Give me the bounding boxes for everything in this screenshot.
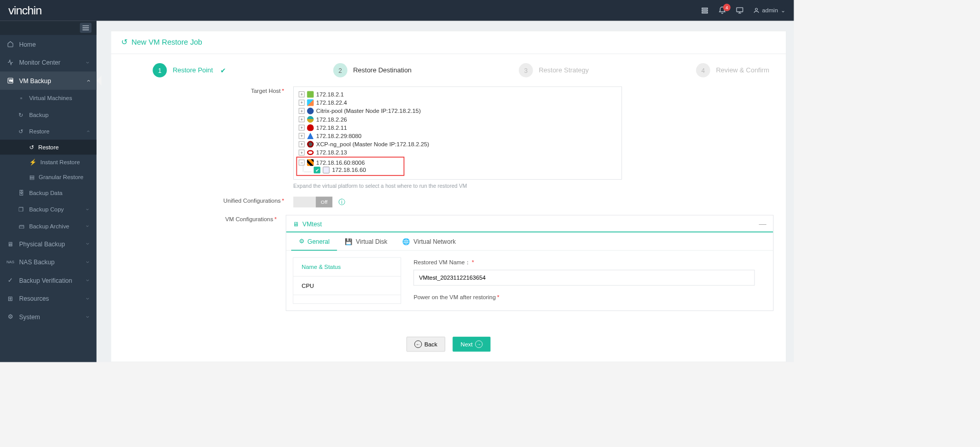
unified-config-label: Unified Configurations* <box>124 197 293 204</box>
restored-vm-name-input[interactable] <box>413 270 755 286</box>
copy-icon: ❐ <box>17 206 25 213</box>
sidebar-sub2-instant-restore[interactable]: ⚡Instant Restore <box>0 154 97 169</box>
tree-node[interactable]: +Citrix-pool (Master Node IP:172.18.2.15… <box>299 107 617 115</box>
left-tab-name-status[interactable]: Name & Status <box>293 258 401 276</box>
step-1[interactable]: 1 Restore Point ✔ <box>153 63 226 77</box>
azure-icon <box>307 132 314 139</box>
list-icon[interactable] <box>701 6 709 14</box>
home-icon <box>7 41 14 48</box>
tree-node[interactable]: +172.18.2.29:8080 <box>299 132 617 140</box>
tab-virtual-disk[interactable]: 💾Virtual Disk <box>337 232 394 250</box>
sidebar-label: Physical Backup <box>19 240 65 247</box>
xcp-icon <box>307 141 314 148</box>
collapse-icon[interactable]: − <box>299 160 305 165</box>
proxmox-icon <box>307 159 314 166</box>
sidebar-label: Virtual Machines <box>29 95 72 102</box>
back-button[interactable]: ← Back <box>406 337 445 352</box>
tree-node[interactable]: +172.18.2.1 <box>299 90 617 99</box>
tree-node[interactable]: +172.18.2.26 <box>299 115 617 123</box>
sidebar-sub2-granular-restore[interactable]: ▤Granular Restore <box>0 169 97 184</box>
sidebar-item-physical-backup[interactable]: 🖥Physical Backup <box>0 235 97 253</box>
vm-icon: 🖥 <box>293 220 299 227</box>
vmware-icon <box>307 91 314 98</box>
tab-label: Virtual Disk <box>356 238 387 245</box>
svg-point-4 <box>755 8 757 10</box>
expand-icon[interactable]: + <box>299 108 305 114</box>
sidebar-label: Instant Restore <box>41 159 80 165</box>
target-host-tree[interactable]: +172.18.2.1 +172.18.22.4 +Citrix-pool (M… <box>293 86 622 179</box>
expand-icon[interactable]: + <box>299 141 305 147</box>
tree-child-selected[interactable]: ✔ 172.18.16.60 <box>299 167 401 173</box>
collapse-icon[interactable]: — <box>759 220 766 228</box>
step-number: 4 <box>696 63 710 77</box>
tree-label: 172.18.2.11 <box>316 124 347 131</box>
wizard-card: ↺ New VM Restore Job 1 Restore Point ✔ 2… <box>110 31 786 362</box>
left-tab-cpu[interactable]: CPU <box>293 277 401 295</box>
tab-label: Virtual Network <box>413 238 456 245</box>
tree-node[interactable]: +172.18.2.11 <box>299 124 617 132</box>
sidebar-label: System <box>19 313 40 320</box>
tree-label: XCP-ng_pool (Master Node IP:172.18.2.25) <box>316 141 429 148</box>
hamburger-icon[interactable] <box>80 23 92 33</box>
sidebar-sub-backup-copy[interactable]: ❐Backup Copy› <box>0 201 97 218</box>
page-title-text: New VM Restore Job <box>131 38 202 47</box>
sidebar-item-resources[interactable]: ⊞Resources <box>0 289 97 308</box>
checkbox-checked-icon[interactable]: ✔ <box>314 167 321 173</box>
vm-list-icon: ▫ <box>17 94 25 102</box>
step-2[interactable]: 2 Restore Destination <box>333 63 412 77</box>
sidebar-sub-virtual-machines[interactable]: ▫Virtual Machines <box>0 90 97 106</box>
monitor-icon[interactable] <box>736 6 744 14</box>
expand-icon[interactable]: + <box>299 100 305 105</box>
tree-label: 172.18.2.1 <box>316 91 344 98</box>
user-menu[interactable]: admin ⌄ <box>753 7 785 14</box>
sidebar-label: NAS Backup <box>19 258 54 265</box>
tab-virtual-network[interactable]: 🌐Virtual Network <box>395 232 463 250</box>
sidebar-item-home[interactable]: Home <box>0 35 97 53</box>
expand-icon[interactable]: + <box>299 91 305 97</box>
sidebar-item-nas-backup[interactable]: NASNAS Backup <box>0 252 97 271</box>
step-4: 4 Review & Confirm <box>696 63 769 77</box>
svg-rect-1 <box>702 10 708 11</box>
page-title: ↺ New VM Restore Job <box>111 31 786 54</box>
arrow-right-icon: → <box>475 340 483 348</box>
sidebar-sub-backup-data[interactable]: 🗄Backup Data <box>0 185 97 201</box>
info-icon[interactable]: ⓘ <box>338 198 345 206</box>
brand-text: vinchin <box>8 4 42 17</box>
next-button[interactable]: Next → <box>453 337 491 352</box>
svg-rect-7 <box>82 30 89 31</box>
expand-icon[interactable]: + <box>299 125 305 130</box>
expand-icon[interactable]: + <box>299 150 305 156</box>
expand-icon[interactable]: + <box>299 116 305 122</box>
sliders-icon: ⚙ <box>299 238 305 245</box>
tree-node[interactable]: +172.18.2.13 <box>299 148 617 157</box>
user-name: admin <box>762 7 778 14</box>
svg-rect-2 <box>702 12 708 13</box>
sidebar-sub-restore[interactable]: ↺Restore› <box>0 123 97 140</box>
redhat-icon <box>307 124 314 131</box>
sidebar-item-vm-backup[interactable]: VM VM Backup <box>0 71 97 90</box>
sidebar-item-backup-verification[interactable]: ✓Backup Verification <box>0 271 97 289</box>
arrow-left-icon: ← <box>414 340 422 348</box>
check-icon: ✔ <box>220 66 226 74</box>
step-number: 1 <box>153 63 167 77</box>
restore-sub-icon: ↺ <box>29 144 34 150</box>
sidebar-item-system[interactable]: ⚙System <box>0 307 97 326</box>
sidebar-sub-backup[interactable]: ↻Backup <box>0 106 97 123</box>
sidebar-label: VM Backup <box>19 77 51 84</box>
tree-node[interactable]: +XCP-ng_pool (Master Node IP:172.18.2.25… <box>299 140 617 148</box>
network-icon: 🌐 <box>402 238 410 245</box>
topbar: vinchin 4 admin ⌄ <box>0 0 794 21</box>
sidebar-sub-backup-archive[interactable]: 🗃Backup Archive› <box>0 218 97 234</box>
tab-general[interactable]: ⚙General <box>291 232 337 251</box>
expand-icon[interactable]: + <box>299 133 305 139</box>
bell-icon[interactable]: 4 <box>718 6 726 14</box>
power-on-label: Power on the VM after restoring* <box>413 294 766 301</box>
sidebar-sub2-restore[interactable]: ↺Restore <box>0 140 97 154</box>
svg-rect-5 <box>82 25 89 26</box>
tree-node[interactable]: +172.18.22.4 <box>299 99 617 107</box>
unified-config-toggle[interactable]: Off <box>293 197 332 207</box>
sidebar-label: Backup Verification <box>19 277 72 284</box>
vm-left-tabs: Name & Status CPU <box>293 257 401 304</box>
tree-node-expanded[interactable]: −172.18.16.60:8006 <box>299 159 401 167</box>
sidebar-item-monitor[interactable]: Monitor Center <box>0 53 97 72</box>
